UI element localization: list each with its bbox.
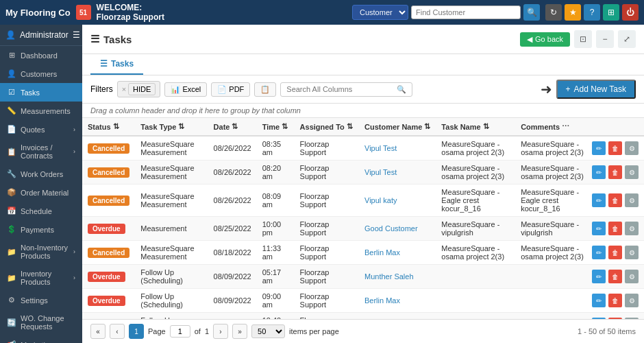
next-page-button[interactable]: › [213,324,228,339]
sidebar-menu-icon[interactable]: ☰ [73,30,80,40]
more-button-5[interactable]: ⚙ [625,270,639,283]
items-per-page-select[interactable]: 50 100 25 [251,324,285,338]
cell-customer-2[interactable]: Vipul katy [359,185,436,217]
delete-button-2[interactable]: 🗑 [608,193,622,207]
sidebar-item-dashboard[interactable]: ⊞ Dashboard [0,46,82,64]
col-comments[interactable]: Comments ⋯ [515,118,644,136]
cell-status-0: Cancelled [82,136,135,161]
cell-customer-7[interactable]: Pushti Sonar [359,313,436,320]
sort-comments: ⋯ [562,122,569,131]
delete-button-1[interactable]: 🗑 [608,165,622,179]
tab-label: Tasks [111,59,134,69]
excel-button[interactable]: 📊 Excel [164,82,207,97]
current-page-button[interactable]: 1 [129,324,144,339]
col-date[interactable]: Date ⇅ [208,118,257,136]
pdf-button[interactable]: 📄 PDF [211,82,250,97]
col-status[interactable]: Status ⇅ [82,118,135,136]
col-customer-name[interactable]: Customer Name ⇅ [359,118,436,136]
maximize-button[interactable]: ⊡ [574,30,592,48]
cell-customer-4[interactable]: Berlin Max [359,241,436,265]
more-button-1[interactable]: ⚙ [625,165,639,179]
sidebar-item-customers[interactable]: 👤 Customers [0,64,82,83]
page-title-icon: ☰ [90,33,99,45]
delete-button-3[interactable]: 🗑 [608,222,622,235]
sidebar-label-invoices: Invoices / Contracts [21,143,73,160]
minimize-button[interactable]: − [596,30,614,48]
sidebar-item-schedule[interactable]: 📅 Schedule [0,202,82,220]
first-page-button[interactable]: « [90,324,106,339]
sidebar-item-wo-change[interactable]: 🔄 WO. Change Requests [0,309,82,335]
more-button-3[interactable]: ⚙ [625,222,639,235]
sidebar-item-invoices[interactable]: 📋 Invoices / Contracts › [0,139,82,165]
inventory-icon: 📁 [7,274,16,283]
sidebar-item-measurements[interactable]: 📏 Measurements [0,102,82,120]
filter-x-button[interactable]: × [122,85,126,93]
cell-comments-7: ✏ 🗑 ⚙ [515,313,644,320]
col-task-type[interactable]: Task Type ⇅ [135,118,208,136]
work-orders-icon: 🔧 [7,169,16,178]
sidebar-item-work-orders[interactable]: 🔧 Work Orders [0,165,82,183]
edit-button-2[interactable]: ✏ [592,193,606,207]
add-new-task-button[interactable]: + Add New Task [556,80,636,99]
help-icon[interactable]: ? [584,4,600,21]
more-button-2[interactable]: ⚙ [625,193,639,207]
top-icons: ↻ ★ ? ⊞ ⏻ [545,4,639,21]
last-page-button[interactable]: » [232,324,247,339]
customer-select[interactable]: Customer [352,5,408,20]
edit-button-5[interactable]: ✏ [592,270,606,283]
edit-button-4[interactable]: ✏ [592,246,606,259]
sidebar-item-non-inventory[interactable]: 📁 Non-Inventory Products › [0,239,82,265]
more-button-6[interactable]: ⚙ [625,294,639,307]
fullscreen-button[interactable]: ⤢ [618,30,636,48]
search-button[interactable]: 🔍 [523,4,540,21]
delete-button-4[interactable]: 🗑 [608,246,622,259]
filter-hide-label[interactable]: HIDE [128,83,156,95]
edit-button-3[interactable]: ✏ [592,222,606,235]
sidebar-item-order-material[interactable]: 📦 Order Material [0,183,82,202]
edit-button-1[interactable]: ✏ [592,165,606,179]
edit-button-6[interactable]: ✏ [592,294,606,307]
more-button-0[interactable]: ⚙ [625,141,639,155]
sidebar-item-settings[interactable]: ⚙ Settings [0,291,82,309]
cell-task-type-7: Follow Up (Scheduling) [135,313,208,320]
cell-customer-0[interactable]: Vipul Test [359,136,436,161]
welcome-section: WELCOME: Floorzap Support [97,3,164,23]
sidebar-item-inventory[interactable]: 📁 Inventory Products › [0,265,82,291]
cell-customer-5[interactable]: Munther Saleh [359,265,436,289]
delete-button-0[interactable]: 🗑 [608,141,622,155]
edit-button-0[interactable]: ✏ [592,141,606,155]
cell-time-0: 08:35 am [257,136,295,161]
cell-date-0: 08/26/2022 [208,136,257,161]
delete-button-6[interactable]: 🗑 [608,294,622,307]
excel-label: Excel [182,85,201,93]
page-title-text: Tasks [103,34,132,45]
refresh-icon[interactable]: ↻ [545,4,562,21]
cell-customer-1[interactable]: Vipul Test [359,161,436,185]
cell-customer-6[interactable]: Berlin Max [359,289,436,313]
col-assigned-to[interactable]: Assigned To ⇅ [295,118,359,136]
sidebar: 👤 Administrator ☰ ⊞ Dashboard 👤 Customer… [0,25,82,343]
col-task-name[interactable]: Task Name ⇅ [436,118,515,136]
page-input[interactable] [170,325,190,338]
star-icon[interactable]: ★ [565,4,581,21]
table-row: Overdue Follow Up (Scheduling) 08/09/202… [82,289,644,313]
delete-button-5[interactable]: 🗑 [608,270,622,283]
cell-task-name-5 [436,265,515,289]
cell-customer-3[interactable]: Good Customer [359,217,436,241]
tab-tasks[interactable]: ☰ Tasks [90,54,143,75]
col-time[interactable]: Time ⇅ [257,118,295,136]
customers-icon: 👤 [7,69,16,78]
prev-page-button[interactable]: ‹ [110,324,125,339]
sidebar-item-payments[interactable]: 💲 Payments [0,220,82,239]
search-all-columns-input[interactable] [286,85,394,93]
sidebar-item-marketing[interactable]: 📢 Marketing › [0,335,82,343]
sidebar-item-quotes[interactable]: 📄 Quotes › [0,120,82,139]
find-customer-input[interactable] [411,5,521,19]
tab-icon: ☰ [100,59,108,69]
sidebar-item-tasks[interactable]: ☑ Tasks [0,83,82,102]
grid-icon[interactable]: ⊞ [603,4,619,21]
go-back-button[interactable]: ◀ Go back [520,32,570,47]
power-icon[interactable]: ⏻ [622,4,639,21]
more-button-4[interactable]: ⚙ [625,246,639,259]
extra-export-button[interactable]: 📋 [254,82,276,97]
